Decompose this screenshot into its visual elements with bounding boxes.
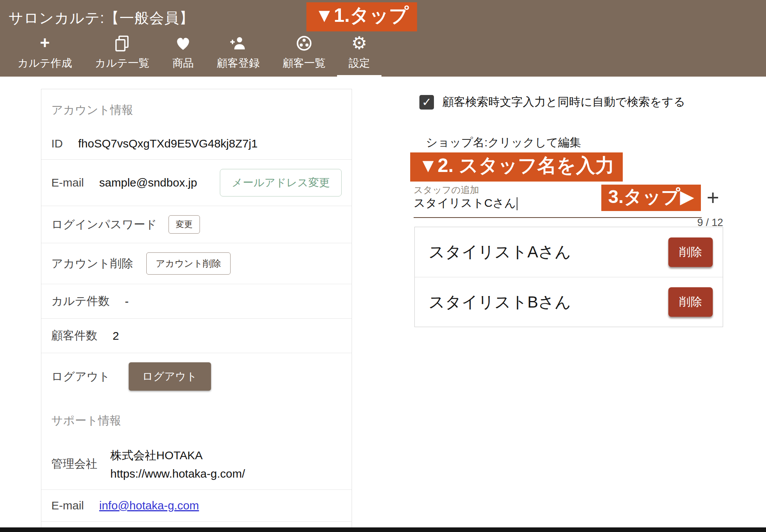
nav-item-karte-list[interactable]: カルテ一覧 [83,34,161,77]
nav-item-customer-register[interactable]: 顧客登録 [205,34,271,77]
password-label: ログインパスワード [51,217,157,232]
nav-label-customer-list: 顧客一覧 [283,56,326,70]
id-row: ID fhoSQ7vsQxgTXd9E5VG48kj8Z7j1 [41,128,352,160]
support-email-label: E-mail [51,499,84,512]
plus-icon: + [40,34,50,52]
annotation-tap1: ▼1.タップ [306,2,417,31]
company-label: 管理会社 [51,456,97,472]
company-name: 株式会社HOTAKA [110,448,245,463]
company-url: https://www.hotaka-g.com/ [110,467,245,480]
annotation-staff-name: ▼2. スタッフ名を入力 [410,152,623,182]
bottom-bar [0,527,766,532]
nav-item-karte-create[interactable]: + カルテ作成 [6,34,83,77]
nav-item-customer-list[interactable]: 顧客一覧 [271,34,337,77]
annotation-tap3: 3.タップ▶ [601,185,701,211]
nav-bar: + カルテ作成 カルテ一覧 商品 顧客登録 [6,34,381,77]
account-delete-row: アカウント削除 アカウント削除 [41,243,352,284]
password-row: ログインパスワード 変更 [41,206,352,243]
nav-item-products[interactable]: 商品 [161,34,205,77]
account-section-title: アカウント情報 [41,89,352,128]
support-email-row: E-mail info@hotaka-g.com [41,490,352,522]
heart-icon [174,34,192,52]
auto-search-checkbox[interactable]: ✓ [419,95,434,110]
password-change-button[interactable]: 変更 [169,215,200,234]
account-card: アカウント情報 ID fhoSQ7vsQxgTXd9E5VG48kj8Z7j1 … [41,89,352,532]
logout-row: ログアウト ログアウト [41,353,352,400]
staff-list: スタイリストAさん 削除 スタイリストBさん 削除 [414,227,723,327]
logout-label: ログアウト [51,369,110,385]
nav-label-karte-create: カルテ作成 [18,56,72,70]
id-value: fhoSQ7vsQxgTXd9E5VG48kj8Z7j1 [78,137,258,150]
staff-row-a: スタイリストAさん 削除 [415,227,723,277]
karte-count-value: - [125,295,129,308]
nav-label-customer-register: 顧客登録 [217,56,260,70]
nav-label-settings: 設定 [349,56,370,70]
app-root: サロンカルテ:【一般会員】 ▼1.タップ + カルテ作成 カルテ一覧 商品 [0,0,766,532]
staff-row-b: スタイリストBさん 削除 [415,277,723,327]
staff-name-a: スタイリストAさん [429,241,571,263]
email-value: sample@sndbox.jp [99,176,197,189]
account-delete-button[interactable]: アカウント削除 [146,252,231,275]
email-label: E-mail [51,176,84,189]
nav-item-settings[interactable]: ⚙ 設定 [337,34,381,77]
text-caret [517,197,517,210]
staff-add-label: スタッフの追加 [414,184,479,196]
auto-search-row: ✓ 顧客検索時文字入力と同時に自動で検索をする [419,94,685,110]
account-delete-label: アカウント削除 [51,256,133,272]
support-email-link[interactable]: info@hotaka-g.com [99,499,199,512]
gear-icon: ⚙ [351,34,367,52]
delete-staff-a-button[interactable]: 削除 [668,237,713,267]
customer-count-row: 顧客件数 2 [41,319,352,353]
customer-count-value: 2 [113,329,119,342]
email-change-button[interactable]: メールアドレス変更 [220,169,342,196]
shop-name-edit[interactable]: ショップ名:クリックして編集 [426,135,581,151]
header: サロンカルテ:【一般会員】 ▼1.タップ + カルテ作成 カルテ一覧 商品 [0,0,766,77]
nav-label-karte-list: カルテ一覧 [95,56,149,70]
delete-staff-b-button[interactable]: 削除 [668,287,713,317]
karte-count-row: カルテ件数 - [41,284,352,319]
karte-count-label: カルテ件数 [51,293,110,309]
logout-button[interactable]: ログアウト [129,362,211,391]
customer-count-label: 顧客件数 [51,328,97,344]
nav-label-products: 商品 [172,56,194,70]
documents-icon [113,34,131,52]
checkmark-icon: ✓ [422,95,431,109]
company-row: 管理会社 株式会社HOTAKA https://www.hotaka-g.com… [41,439,352,490]
company-info: 株式会社HOTAKA https://www.hotaka-g.com/ [110,448,245,480]
support-section-title: サポート情報 [41,400,352,439]
customer-list-icon [295,34,313,52]
staff-input-value: スタイリストCさん [414,196,516,209]
add-staff-button[interactable]: + [707,187,719,208]
page-title: サロンカルテ:【一般会員】 [8,8,194,28]
staff-name-b: スタイリストBさん [429,291,571,313]
id-label: ID [51,137,63,150]
email-row: E-mail sample@sndbox.jp メールアドレス変更 [41,160,352,206]
person-add-icon [229,34,247,52]
auto-search-label: 顧客検索時文字入力と同時に自動で検索をする [442,94,685,110]
